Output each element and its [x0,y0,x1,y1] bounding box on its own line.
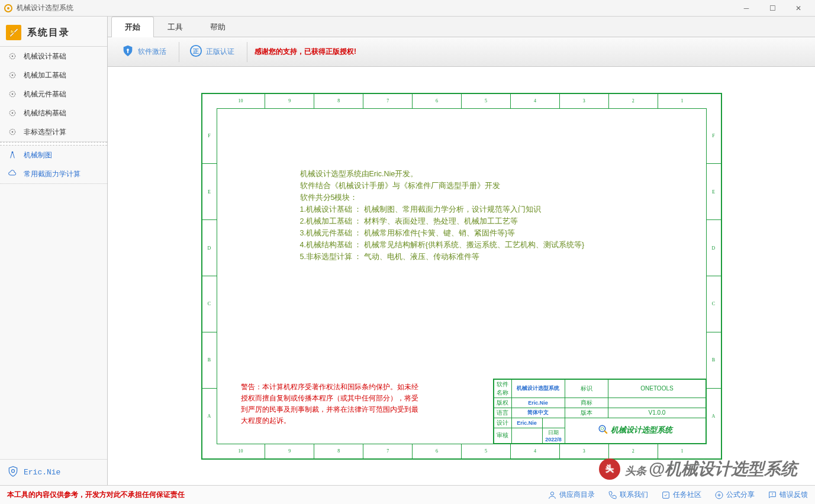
title-block: 软件名称 机械设计选型系统 标识 ONETOOLS 版权 Eric.Nie 商标 [493,379,706,444]
app-icon [4,4,13,13]
svg-rect-15 [127,50,128,53]
shield-key-icon [121,44,134,59]
tb-logo: 机械设计选型系统 [565,418,706,443]
link-contact[interactable]: 联系我们 [608,490,648,500]
scale-left: FEDCBA [202,108,217,444]
gear-icon [7,127,18,137]
ribbon-separator [247,42,247,62]
sidebar-item-design-basics[interactable]: 机械设计基础 [0,47,107,66]
tb-lang-label: 语言 [494,408,511,418]
sidebar: 系统目录 机械设计基础 机械加工基础 机械元件基础 机械结构基础 非标选型计算 [0,17,108,485]
status-links: 供应商目录 联系我们 任务社区 公式分享 错误反馈 [547,490,808,500]
tb-design-value: Eric.Nie [511,418,542,428]
scale-right: FEDCBA [707,108,721,444]
tab-help[interactable]: 帮助 [196,17,239,37]
sidebar-item-drafting[interactable]: 机械制图 [0,146,107,164]
description-text: 机械设计选型系统由Eric.Nie开发。软件结合《机械设计手册》与《标准件厂商选… [300,168,632,263]
gear-icon [7,108,18,118]
tb-design-label: 设计 [494,418,511,428]
content-area: 开始 工具 帮助 软件激活 正 正版认证 感谢您的支持，已获得正版授权! 109… [108,17,815,485]
sidebar-item-structure-basics[interactable]: 机械结构基础 [0,104,107,122]
author-name: Eric.Nie [24,468,60,477]
tb-ver-label: 版本 [565,408,608,418]
sidebar-title: 系统目录 [27,27,70,39]
drawing-frame: 10987654321 10987654321 FEDCBA FEDCBA 机械… [201,93,722,460]
sidebar-item-label: 机械制图 [24,150,52,160]
verify-button[interactable]: 正 正版认证 [183,40,241,63]
ribbon-message: 感谢您的支持，已获得正版授权! [255,47,356,57]
tab-strip: 开始 工具 帮助 [108,17,815,37]
maximize-button[interactable]: ☐ [759,0,785,17]
sidebar-item-label: 机械结构基础 [24,108,66,118]
sidebar-item-component-basics[interactable]: 机械元件基础 [0,85,107,104]
gear-icon [7,89,18,99]
activate-button[interactable]: 软件激活 [115,40,173,63]
verify-icon: 正 [189,44,202,59]
svg-point-13 [12,470,15,473]
ribbon-separator [179,42,179,62]
status-bar: 本工具的内容仅供参考，开发方对此不承担任何保证责任 供应商目录 联系我们 任务社… [0,485,815,504]
drawing-canvas: 10987654321 10987654321 FEDCBA FEDCBA 机械… [108,67,815,485]
sidebar-item-section-calc[interactable]: 常用截面力学计算 [0,164,107,183]
svg-point-20 [550,492,553,495]
tb-copyright-value: Eric.Nie [511,398,565,408]
tab-start[interactable]: 开始 [111,17,154,37]
sidebar-footer: Eric.Nie [0,459,107,485]
activate-label: 软件激活 [138,47,166,57]
window-title: 机械设计选型系统 [17,3,733,13]
tb-trademark-value [608,398,706,408]
scale-top: 10987654321 [217,94,707,108]
sidebar-item-label: 常用截面力学计算 [24,169,80,179]
gear-icon [7,51,18,62]
svg-point-7 [12,93,14,95]
sidebar-item-machining-basics[interactable]: 机械加工基础 [0,66,107,85]
ribbon-bar: 软件激活 正 正版认证 感谢您的支持，已获得正版授权! [108,37,815,67]
svg-point-19 [601,427,604,430]
disclaimer-text: 本工具的内容仅供参考，开发方对此不承担任何保证责任 [7,490,185,500]
sidebar-item-label: 机械设计基础 [24,51,66,62]
svg-point-5 [12,75,14,76]
title-bar: 机械设计选型系统 ─ ☐ ✕ [0,0,815,17]
link-formulas[interactable]: 公式分享 [714,490,755,500]
magnifier-gear-icon [598,424,608,437]
gear-icon [7,70,18,80]
link-feedback[interactable]: 错误反馈 [768,490,808,500]
tb-mark-label: 标识 [565,379,608,398]
svg-point-3 [12,56,14,57]
verify-label: 正版认证 [206,47,234,57]
tb-copyright-label: 版权 [494,398,511,408]
sidebar-item-label: 非标选型计算 [24,127,66,137]
tab-tools[interactable]: 工具 [154,17,196,37]
tb-trademark-label: 商标 [565,398,608,408]
svg-point-1 [7,7,9,9]
tb-review-value [511,428,542,443]
sidebar-item-nonstandard-calc[interactable]: 非标选型计算 [0,122,107,141]
sidebar-item-label: 机械加工基础 [24,70,66,80]
tb-mark-value: ONETOOLS [608,379,706,398]
svg-point-18 [599,425,605,432]
compass-icon [7,150,18,160]
shield-icon [7,466,19,479]
tb-softname-value: 机械设计选型系统 [511,379,565,398]
svg-point-12 [12,151,14,153]
scale-bottom: 10987654321 [217,444,707,458]
warning-text: 警告：本计算机程序受著作权法和国际条约保护。如未经授权而擅自复制或传播本程序（或… [241,382,424,427]
svg-point-11 [12,131,14,133]
sidebar-item-label: 机械元件基础 [24,89,66,99]
ruler-icon [6,25,21,40]
tb-ver-value: V1.0.0 [608,408,706,418]
tb-review-label: 审核 [494,428,511,443]
svg-point-9 [12,112,14,114]
minimize-button[interactable]: ─ [733,0,759,17]
tb-lang-value: 简体中文 [511,408,565,418]
sidebar-header: 系统目录 [0,20,107,47]
svg-text:正: 正 [192,48,199,54]
close-button[interactable]: ✕ [785,0,811,17]
tb-softname-label: 软件名称 [494,379,511,398]
cloud-calc-icon [7,169,18,179]
link-suppliers[interactable]: 供应商目录 [547,490,595,500]
drawing-inner-frame: 机械设计选型系统由Eric.Nie开发。软件结合《机械设计手册》与《标准件厂商选… [217,108,707,444]
link-community[interactable]: 任务社区 [661,490,701,500]
